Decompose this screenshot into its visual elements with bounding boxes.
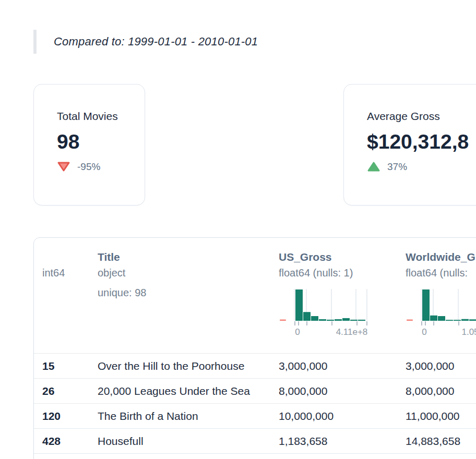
- svg-text:1.05: 1.05: [461, 327, 476, 337]
- compare-note-text: Compared to: 1999-01-01 - 2010-01-01: [37, 35, 258, 49]
- column-name: Title: [98, 249, 279, 265]
- kpi-value: $120,312,8: [367, 130, 476, 154]
- column-dtype: float64 (nulls: 1): [279, 266, 406, 280]
- column-header-index: int64: [34, 249, 98, 353]
- cell-worldwide-gross: 3,000,000: [406, 360, 476, 372]
- kpi-value: 98: [57, 130, 139, 154]
- column-dtype: float64 (nulls:: [406, 266, 476, 280]
- column-header-worldwide-gross: Worldwide_G float64 (nulls: 01.05: [406, 249, 476, 353]
- cell-us-gross: 10,000,000: [279, 410, 406, 422]
- column-header-us-gross: US_Gross float64 (nulls: 1) 04.11e+8: [279, 249, 406, 353]
- svg-text:0: 0: [295, 327, 300, 337]
- table-row: 428 Housefull 1,183,658 14,883,658: [34, 429, 476, 454]
- kpi-delta-text: 37%: [387, 161, 407, 173]
- profiled-data-table: int64 Title object unique: 98 US_Gross f…: [33, 237, 476, 459]
- cell-title: The Birth of a Nation: [98, 410, 279, 422]
- cell-title: Housefull: [98, 435, 279, 448]
- index-dtype: int64: [42, 266, 98, 280]
- kpi-delta-text: -95%: [77, 161, 100, 173]
- us-gross-histogram: 04.11e+8: [279, 288, 367, 337]
- cell-worldwide-gross: 11,000,000: [406, 410, 476, 422]
- column-dtype: object: [98, 266, 279, 280]
- row-index: 120: [34, 410, 98, 422]
- cell-us-gross: 1,183,658: [279, 435, 406, 448]
- cell-title: Over the Hill to the Poorhouse: [98, 360, 279, 372]
- column-unique-count: unique: 98: [98, 286, 279, 299]
- row-index: 15: [34, 360, 98, 372]
- row-index: 26: [34, 385, 98, 397]
- svg-text:0: 0: [422, 327, 426, 337]
- column-name: US_Gross: [279, 249, 406, 265]
- cell-title: 20,000 Leagues Under the Sea: [98, 385, 279, 397]
- row-index: 428: [34, 435, 98, 448]
- table-row: 120 The Birth of a Nation 10,000,000 11,…: [34, 404, 476, 429]
- column-name: Worldwide_G: [406, 249, 476, 265]
- cell-us-gross: 3,000,000: [279, 360, 406, 372]
- cell-us-gross: 8,000,000: [279, 385, 406, 397]
- trend-down-icon: [57, 161, 70, 173]
- compare-note: Compared to: 1999-01-01 - 2010-01-01: [33, 30, 258, 54]
- svg-text:4.11e+8: 4.11e+8: [336, 327, 367, 337]
- kpi-card-total-movies: Total Movies 98 -95%: [33, 84, 145, 206]
- worldwide-gross-histogram: 01.05: [406, 288, 476, 337]
- cell-worldwide-gross: 8,000,000: [406, 385, 476, 397]
- table-row: 26 20,000 Leagues Under the Sea 8,000,00…: [34, 379, 476, 404]
- kpi-card-average-gross: Average Gross $120,312,8 37%: [343, 84, 476, 206]
- table-header-row: int64 Title object unique: 98 US_Gross f…: [34, 238, 476, 354]
- kpi-delta: 37%: [367, 161, 476, 173]
- table-row: 15 Over the Hill to the Poorhouse 3,000,…: [34, 354, 476, 379]
- trend-up-icon: [367, 161, 380, 173]
- kpi-delta: -95%: [57, 161, 139, 173]
- kpi-title: Total Movies: [57, 110, 139, 123]
- cell-worldwide-gross: 14,883,658: [406, 435, 476, 448]
- column-header-title: Title object unique: 98: [98, 249, 279, 353]
- kpi-title: Average Gross: [367, 110, 476, 123]
